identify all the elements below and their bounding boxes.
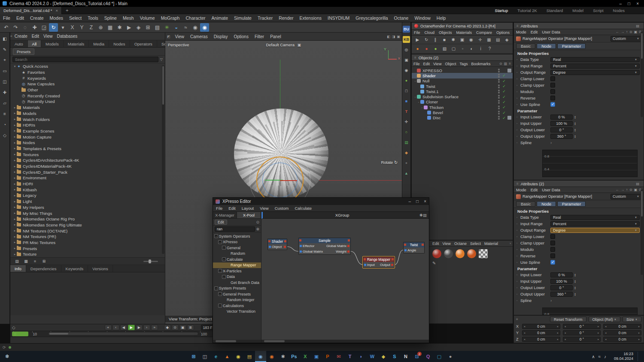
visibility-dots-icon[interactable] — [498, 84, 500, 88]
rotate-tool-icon[interactable]: ↻ — [49, 23, 58, 32]
anim-dot-icon[interactable]: ◦ — [516, 122, 520, 125]
property-checkbox[interactable] — [550, 102, 555, 107]
xpool-tree-item[interactable]: - System Operators — [213, 233, 261, 239]
property-dropdown[interactable]: Real▼ — [550, 57, 640, 62]
object-tree-row[interactable]: - Subdivision Surface ✓ — [412, 94, 513, 99]
app-yellow-icon[interactable]: ◆ — [378, 351, 389, 362]
material-ball-icon[interactable]: ● — [403, 77, 410, 84]
expander-icon[interactable]: - — [218, 240, 222, 244]
expander-icon[interactable]: - — [218, 292, 222, 296]
material-red[interactable] — [432, 249, 441, 258]
output-port-icon[interactable] — [284, 246, 286, 248]
xpresso-tab[interactable]: X-Manager — [213, 212, 237, 218]
clear-search-icon[interactable]: ⊗ — [256, 227, 259, 231]
property-value-field[interactable]: 360 ° — [550, 292, 573, 297]
close-button[interactable]: × — [636, 1, 639, 6]
reset-transform-button[interactable]: Reset Transform — [550, 317, 586, 322]
anim-dot-icon[interactable]: ◦ — [516, 115, 520, 118]
gizmo-red-handle[interactable] — [280, 180, 297, 181]
material-menu-item[interactable]: Material — [483, 241, 500, 246]
attributes-menu-item[interactable]: Edit — [529, 187, 540, 192]
expander-icon[interactable]: ▸ — [13, 217, 17, 221]
xgroup-list-icon[interactable]: ▤ — [423, 213, 427, 217]
anim-dot-icon[interactable]: ◦ — [516, 216, 520, 219]
anim-dot-icon[interactable]: ◦ — [516, 71, 520, 74]
coord-mode-dropdown[interactable]: Object (Rel) ▼ — [589, 317, 620, 322]
sphere-icon[interactable]: ● — [403, 160, 410, 166]
help-icon[interactable]: ? — [486, 45, 494, 52]
asset-tree-item[interactable]: Favorites — [10, 69, 165, 75]
property-value-field[interactable]: 100 % — [550, 279, 573, 284]
xpool-search-input[interactable] — [215, 226, 255, 232]
preview-range-bar[interactable] — [48, 332, 198, 335]
visibility-dots-icon[interactable] — [498, 69, 500, 72]
chrome-icon[interactable]: ◉ — [233, 351, 244, 362]
thumbnail-size-slider[interactable] — [143, 261, 158, 262]
asset-tree-item[interactable]: ▸ Nodes — [10, 140, 165, 146]
misc-app-icon[interactable]: ● — [445, 351, 456, 362]
xpool-tree-item[interactable]: - Calculations — [213, 303, 261, 309]
rect-select-icon[interactable]: ▭ — [1, 67, 9, 74]
output-port-icon[interactable] — [347, 250, 349, 253]
xpresso-menu-item[interactable]: Custom — [272, 206, 292, 211]
expander-icon[interactable]: ▸ — [13, 118, 17, 121]
asset-tree-item[interactable]: ▸ Environment — [10, 175, 165, 181]
prev-key-button[interactable]: ‹ — [112, 325, 119, 330]
mail-icon[interactable]: ✉ — [333, 351, 344, 362]
keyframe-record-icon[interactable]: ◆ — [164, 325, 171, 330]
fields-icon[interactable]: ◒ — [172, 23, 181, 32]
visibility-dots-icon[interactable] — [498, 106, 500, 109]
expander-icon[interactable]: ▾ — [13, 65, 17, 68]
attributes-tab[interactable]: Node — [537, 43, 556, 49]
camera-view-icon[interactable]: ◉ — [191, 23, 200, 32]
render-target-icon[interactable]: ● — [422, 45, 431, 52]
add-document-tab-button[interactable]: + — [62, 8, 72, 13]
spline-expand-icon[interactable]: › — [550, 298, 552, 303]
expander-icon[interactable]: ▸ — [13, 253, 17, 256]
cone-icon[interactable]: ▲ — [403, 170, 410, 177]
kb-plugin-icon[interactable]: KB — [403, 36, 410, 43]
menu-item[interactable]: Extensions — [297, 15, 325, 21]
texture-tag-icon[interactable]: T — [403, 108, 410, 115]
xpool-tree-item[interactable]: - X-Particles — [213, 268, 261, 274]
expander-icon[interactable]: ▸ — [13, 129, 17, 133]
octane-menu-item[interactable]: File — [412, 30, 422, 35]
start-button[interactable]: ⊞ — [188, 351, 199, 362]
spinner-icon[interactable]: ▲▼ — [574, 122, 576, 125]
viewport-menu-item[interactable]: View — [172, 34, 188, 39]
presets-button[interactable]: Presets — [13, 48, 34, 55]
expander-icon[interactable]: ▸ — [13, 124, 17, 127]
object-tree-row[interactable]: Disc ✓ — [412, 115, 513, 121]
document-tab-close-icon[interactable]: × — [56, 8, 58, 13]
expander-icon[interactable]: ▸ — [13, 106, 17, 109]
expander-icon[interactable] — [226, 252, 230, 256]
attributes-menu-item[interactable]: User Data — [540, 30, 562, 34]
xgroup-header[interactable]: XGroup ✱ ▤ — [261, 212, 429, 219]
expander-icon[interactable]: - — [214, 287, 218, 290]
xpresso-node-shader[interactable]: Shader Object — [267, 238, 287, 250]
objects-menu-item[interactable]: Object — [443, 62, 458, 66]
property-value-field[interactable]: 0 ° — [550, 127, 573, 133]
property-dropdown[interactable]: Percent▼ — [550, 63, 640, 69]
position-field[interactable]: ◂0 cm▸ — [522, 330, 560, 335]
spinner-icon[interactable]: ▲▼ — [574, 273, 576, 277]
menu-item[interactable]: Tools — [85, 15, 101, 21]
asset-tree-item[interactable]: ▸ Texture — [10, 251, 165, 257]
render-view-icon[interactable]: ▦ — [106, 23, 115, 32]
expander-icon[interactable]: ▸ — [13, 229, 17, 232]
firefox-icon[interactable]: ◉ — [266, 351, 277, 362]
document-tab[interactable]: Deformed_Dis...torial.c4d * × — [0, 7, 62, 14]
panel-menu-icon[interactable]: ▤ — [636, 24, 639, 28]
octane-menu-item[interactable]: Cloud — [422, 30, 437, 35]
material-menu-item[interactable]: Select — [468, 241, 483, 246]
attributes-tab[interactable]: Node — [537, 201, 556, 207]
goto-end-button[interactable]: » — [151, 325, 158, 330]
live-viewer-icon[interactable]: ▣ — [403, 57, 410, 63]
scale-field[interactable]: ◂0 cm▸ — [603, 324, 641, 329]
hand-tool-icon[interactable]: ◆ — [403, 149, 410, 156]
layout-button[interactable]: Tutorial 2K — [513, 8, 541, 13]
tray-icon[interactable]: ♪ — [604, 354, 606, 359]
attributes-tab[interactable]: Basic — [516, 43, 535, 49]
xpool-tree-item[interactable]: Range Mapper — [213, 262, 261, 268]
object-tree-row[interactable]: Bevel ✓ — [412, 110, 513, 115]
